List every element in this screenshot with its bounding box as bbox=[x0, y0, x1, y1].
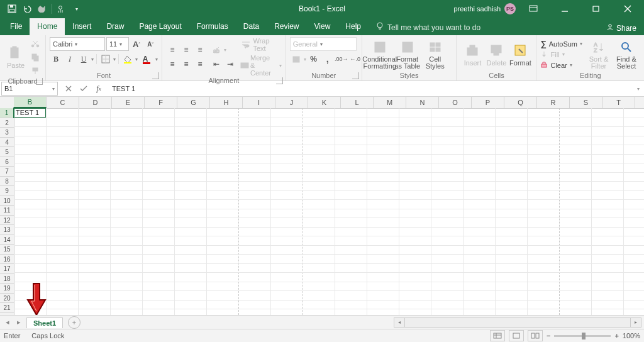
row-header[interactable]: 11 bbox=[0, 206, 14, 216]
clear-button[interactable]: Clear▾ bbox=[540, 60, 582, 70]
font-name-combo[interactable]: Calibri▾ bbox=[50, 37, 105, 51]
undo-icon[interactable] bbox=[20, 2, 34, 16]
tab-file[interactable]: File bbox=[3, 18, 30, 35]
alignment-dialog-icon[interactable] bbox=[276, 77, 283, 84]
minimize-icon[interactable] bbox=[551, 0, 579, 18]
tab-help[interactable]: Help bbox=[338, 18, 369, 35]
font-dialog-icon[interactable] bbox=[152, 72, 159, 79]
row-header[interactable]: 12 bbox=[0, 216, 14, 226]
number-dialog-icon[interactable] bbox=[352, 72, 359, 79]
user-avatar[interactable]: PS bbox=[504, 3, 516, 14]
col-header[interactable]: M bbox=[374, 97, 406, 108]
col-header[interactable]: D bbox=[79, 97, 112, 108]
tab-draw[interactable]: Draw bbox=[99, 18, 131, 35]
col-header[interactable]: K bbox=[308, 97, 341, 108]
col-header[interactable]: B bbox=[14, 97, 47, 108]
col-header[interactable]: P bbox=[472, 97, 504, 108]
sheet-nav-prev-icon[interactable]: ◂ bbox=[3, 317, 13, 328]
row-header[interactable]: 16 bbox=[0, 255, 14, 265]
col-header[interactable]: I bbox=[243, 97, 275, 108]
italic-button[interactable]: I bbox=[64, 53, 76, 65]
row-header[interactable]: 15 bbox=[0, 245, 14, 255]
view-normal-icon[interactable] bbox=[490, 330, 505, 341]
col-header[interactable]: O bbox=[439, 97, 472, 108]
shrink-font-icon[interactable]: Aˇ bbox=[144, 38, 157, 50]
col-header[interactable]: N bbox=[406, 97, 439, 108]
formula-input[interactable]: TEST 1 bbox=[108, 85, 633, 92]
share-button[interactable]: Share bbox=[599, 21, 644, 35]
autosum-button[interactable]: ∑AutoSum▾ bbox=[540, 38, 582, 49]
font-size-combo[interactable]: 11▾ bbox=[106, 37, 129, 51]
close-icon[interactable] bbox=[614, 0, 641, 18]
col-header[interactable]: T bbox=[602, 97, 635, 108]
col-header[interactable]: E bbox=[112, 97, 145, 108]
grow-font-icon[interactable]: Aˆ bbox=[130, 38, 143, 50]
fx-icon[interactable]: fx bbox=[92, 82, 106, 95]
row-header[interactable]: 5 bbox=[0, 147, 14, 157]
horizontal-scrollbar[interactable] bbox=[405, 317, 630, 328]
row-header[interactable]: 17 bbox=[0, 264, 14, 274]
enter-entry-icon[interactable] bbox=[77, 82, 91, 95]
clipboard-dialog-icon[interactable] bbox=[36, 78, 43, 85]
row-header[interactable]: 3 bbox=[0, 128, 14, 138]
tab-page-layout[interactable]: Page Layout bbox=[131, 18, 189, 35]
row-header[interactable]: 22 bbox=[0, 313, 14, 316]
active-cell[interactable]: TEST 1 bbox=[13, 108, 47, 118]
tab-view[interactable]: View bbox=[307, 18, 338, 35]
row-header[interactable]: 2 bbox=[0, 118, 14, 128]
row-header[interactable]: 14 bbox=[0, 235, 14, 245]
expand-formula-icon[interactable]: ▾ bbox=[633, 86, 644, 92]
row-header[interactable]: 4 bbox=[0, 138, 14, 148]
col-header[interactable]: H bbox=[210, 97, 243, 108]
row-header[interactable]: 7 bbox=[0, 167, 14, 177]
select-all-corner[interactable] bbox=[0, 97, 14, 109]
sheet-nav-next-icon[interactable]: ▸ bbox=[14, 317, 24, 328]
row-header[interactable]: 18 bbox=[0, 274, 14, 284]
row-header[interactable]: 8 bbox=[0, 177, 14, 187]
col-header[interactable]: C bbox=[47, 97, 79, 108]
find-select-button[interactable]: Find & Select bbox=[613, 40, 640, 70]
row-header[interactable]: 13 bbox=[0, 225, 14, 235]
zoom-out-icon[interactable]: − bbox=[547, 332, 550, 339]
qat-customize-icon[interactable]: ▾ bbox=[70, 2, 84, 16]
row-header[interactable]: 21 bbox=[0, 303, 14, 313]
view-break-icon[interactable] bbox=[528, 330, 543, 341]
tab-home[interactable]: Home bbox=[30, 18, 65, 35]
col-header[interactable]: F bbox=[145, 97, 177, 108]
tab-review[interactable]: Review bbox=[267, 18, 306, 35]
row-header[interactable]: 10 bbox=[0, 196, 14, 206]
row-header[interactable]: 9 bbox=[0, 186, 14, 196]
tell-me-search[interactable]: Tell me what you want to do bbox=[372, 19, 484, 35]
col-header[interactable]: G bbox=[177, 97, 210, 108]
row-header[interactable]: 19 bbox=[0, 284, 14, 294]
col-header[interactable]: Q bbox=[504, 97, 537, 108]
tab-formulas[interactable]: Formulas bbox=[189, 18, 236, 35]
row-header[interactable]: 6 bbox=[0, 157, 14, 167]
scroll-right-icon[interactable]: ▸ bbox=[630, 317, 641, 328]
col-header[interactable]: J bbox=[275, 97, 308, 108]
scroll-left-icon[interactable]: ◂ bbox=[394, 317, 405, 328]
underline-button[interactable]: U bbox=[77, 53, 90, 65]
zoom-in-icon[interactable]: + bbox=[614, 332, 618, 339]
col-header[interactable]: R bbox=[537, 97, 570, 108]
zoom-slider[interactable] bbox=[554, 335, 611, 337]
sheet-tab[interactable]: Sheet1 bbox=[26, 317, 63, 328]
save-icon[interactable] bbox=[5, 2, 19, 16]
format-cells-button[interactable]: Format bbox=[508, 43, 532, 67]
maximize-icon[interactable] bbox=[582, 0, 610, 18]
worksheet-grid[interactable]: BCDEFGHIJKLMNOPQRST 12345678910111213141… bbox=[0, 97, 644, 315]
col-header[interactable]: L bbox=[341, 97, 374, 108]
col-header[interactable]: S bbox=[570, 97, 602, 108]
new-sheet-icon[interactable]: + bbox=[68, 316, 80, 329]
fill-color-icon[interactable] bbox=[121, 53, 134, 65]
zoom-level[interactable]: 100% bbox=[623, 332, 640, 339]
tab-insert[interactable]: Insert bbox=[65, 18, 99, 35]
row-header[interactable]: 1 bbox=[0, 108, 14, 118]
ribbon-options-icon[interactable] bbox=[519, 0, 547, 18]
row-header[interactable]: 20 bbox=[0, 294, 14, 304]
touch-mode-icon[interactable] bbox=[55, 2, 69, 16]
border-icon[interactable] bbox=[99, 53, 112, 65]
bold-button[interactable]: B bbox=[50, 53, 62, 65]
tab-data[interactable]: Data bbox=[236, 18, 267, 35]
cancel-entry-icon[interactable] bbox=[62, 82, 75, 95]
